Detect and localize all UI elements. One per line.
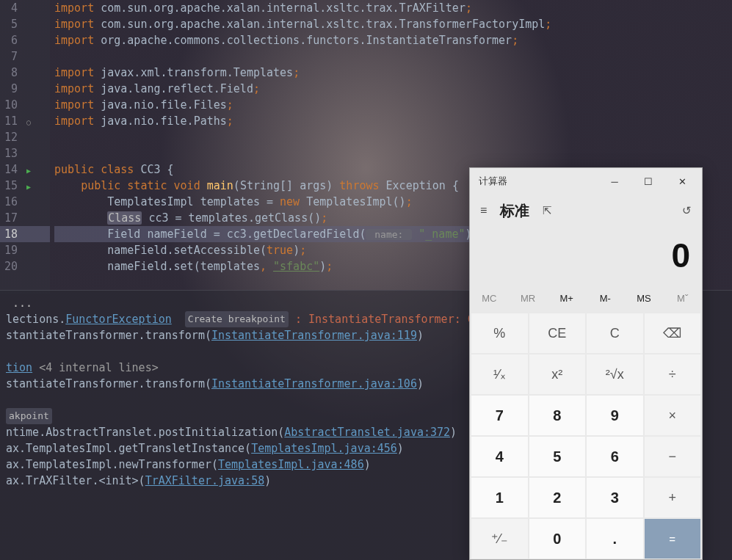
code-line[interactable] (54, 129, 551, 145)
calculator-titlebar[interactable]: 计算器 ─ ☐ ✕ (470, 168, 702, 194)
line-number: 19 (0, 244, 22, 257)
calculator-title: 计算器 (479, 175, 507, 188)
calc-btn-%[interactable]: % (471, 313, 528, 353)
stack-link[interactable]: InstantiateTransformer.java:106 (211, 376, 417, 392)
calc-btn-CE[interactable]: CE (529, 313, 586, 353)
line-number: 12 (0, 131, 22, 144)
calc-btn-⌫[interactable]: ⌫ (645, 313, 701, 353)
create-breakpoint[interactable]: Create breakpoint (185, 311, 289, 327)
code-line[interactable]: import com.sun.org.apache.xalan.internal… (54, 0, 551, 16)
display-value: 0 (671, 236, 690, 275)
mem-m-[interactable]: M- (586, 284, 625, 312)
line-number: 16 (0, 195, 22, 208)
run-icon[interactable]: ▶ (26, 183, 31, 191)
stack-link[interactable]: FunctorException (65, 311, 172, 327)
line-number: 10 (0, 98, 22, 112)
calculator-display: 0 (470, 227, 702, 284)
calculator-mode-label: 标准 (500, 201, 529, 221)
calculator-header: ≡ 标准 ⇱ ↺ (470, 194, 702, 227)
calc-btn-÷[interactable]: ÷ (645, 354, 701, 394)
line-number: 8 (0, 66, 22, 79)
calc-btn-=[interactable]: = (645, 519, 701, 559)
line-number: 15 (0, 179, 22, 192)
calc-btn-7[interactable]: 7 (471, 396, 528, 435)
window-controls: ─ ☐ ✕ (598, 170, 699, 193)
calc-btn-6[interactable]: 6 (587, 437, 643, 476)
calc-btn-⁺⁄₋[interactable]: ⁺⁄₋ (471, 519, 528, 559)
line-number: 17 (0, 211, 22, 225)
code-line[interactable] (54, 145, 551, 161)
line-number: 18 (0, 228, 22, 241)
mem-mˇ: Mˇ (663, 284, 702, 312)
pin-icon[interactable]: ⇱ (543, 204, 552, 217)
line-number: 20 (0, 260, 22, 273)
code-line[interactable]: import com.sun.org.apache.xalan.internal… (54, 16, 551, 32)
minimize-button[interactable]: ─ (598, 170, 631, 193)
mem-m+[interactable]: M+ (547, 284, 586, 312)
calc-btn-0[interactable]: 0 (529, 519, 586, 559)
line-number: 9 (0, 82, 22, 95)
button-grid: %CEC⌫¹⁄ₓx²²√x÷789×456−123+⁺⁄₋0.= (470, 312, 702, 560)
code-line[interactable]: import java.nio.file.Files; (54, 97, 551, 113)
stack-link[interactable]: TemplatesImpl.java:456 (251, 440, 397, 457)
line-number: 5 (0, 18, 22, 31)
code-line[interactable]: import java.lang.reflect.Field; (54, 81, 551, 97)
line-number: 4 (0, 1, 22, 15)
create-breakpoint[interactable]: akpoint (6, 408, 52, 424)
calc-btn-x²[interactable]: x² (529, 354, 586, 394)
editor-gutter: 4567891011◯121314▶15▶1617181920 (0, 0, 50, 294)
calc-btn-.[interactable]: . (587, 519, 643, 559)
calc-btn-C[interactable]: C (587, 313, 643, 353)
line-number: 13 (0, 147, 22, 160)
stack-link[interactable]: TrAXFilter.java:58 (145, 473, 265, 489)
code-line[interactable]: import javax.xml.transform.Templates; (54, 65, 551, 81)
stack-link[interactable]: tion (6, 360, 32, 376)
memory-row: MCMRM+M-MSMˇ (470, 284, 702, 312)
code-line[interactable]: import java.nio.file.Paths; (54, 113, 551, 129)
calc-btn-3[interactable]: 3 (587, 478, 643, 517)
hamburger-icon[interactable]: ≡ (480, 204, 487, 217)
maximize-button[interactable]: ☐ (631, 170, 665, 193)
shield-icon: ◯ (26, 118, 31, 126)
calc-btn-+[interactable]: + (645, 478, 701, 517)
stack-link[interactable]: TemplatesImpl.java:486 (218, 457, 364, 473)
calc-btn-4[interactable]: 4 (471, 437, 528, 476)
mem-ms[interactable]: MS (625, 284, 664, 312)
calc-btn-5[interactable]: 5 (529, 437, 586, 476)
stack-link[interactable]: InstantiateTransformer.java:119 (211, 327, 417, 343)
close-button[interactable]: ✕ (665, 170, 699, 193)
calculator-window: 计算器 ─ ☐ ✕ ≡ 标准 ⇱ ↺ 0 MCMRM+M-MSMˇ %CEC⌫¹… (469, 167, 703, 560)
calc-btn-¹⁄ₓ[interactable]: ¹⁄ₓ (471, 354, 528, 394)
mem-mc: MC (470, 284, 509, 312)
line-number: 6 (0, 34, 22, 47)
calc-btn-2[interactable]: 2 (529, 478, 586, 517)
history-icon[interactable]: ↺ (682, 204, 692, 217)
code-line[interactable] (54, 48, 551, 65)
calc-btn-−[interactable]: − (645, 437, 701, 476)
calc-btn-8[interactable]: 8 (529, 396, 586, 435)
calc-btn-²√x[interactable]: ²√x (587, 354, 643, 394)
line-number: 14 (0, 163, 22, 176)
run-icon[interactable]: ▶ (26, 167, 31, 175)
line-number: 7 (0, 50, 22, 63)
code-line[interactable]: import org.apache.commons.collections.fu… (54, 32, 551, 48)
calc-btn-×[interactable]: × (645, 396, 701, 435)
stack-link[interactable]: AbstractTranslet.java:372 (284, 424, 450, 440)
calc-btn-9[interactable]: 9 (587, 396, 643, 435)
calc-btn-1[interactable]: 1 (471, 478, 528, 517)
line-number: 11 (0, 114, 22, 128)
mem-mr: MR (509, 284, 548, 312)
